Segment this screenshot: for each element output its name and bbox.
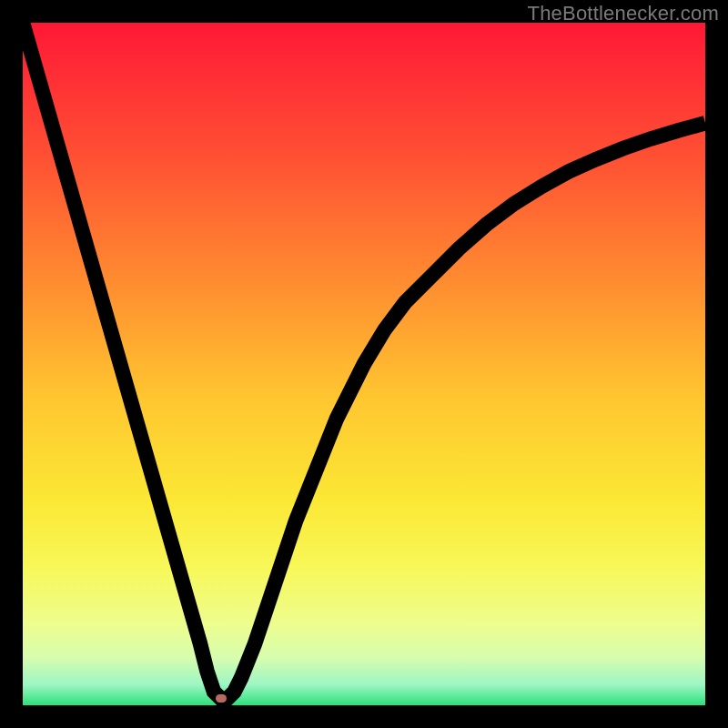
curve-layer bbox=[23, 23, 705, 705]
plot-area bbox=[23, 23, 705, 705]
bottleneck-curve bbox=[23, 23, 705, 699]
optimal-point-marker bbox=[216, 694, 227, 702]
chart-frame: TheBottlenecker.com bbox=[0, 0, 728, 728]
